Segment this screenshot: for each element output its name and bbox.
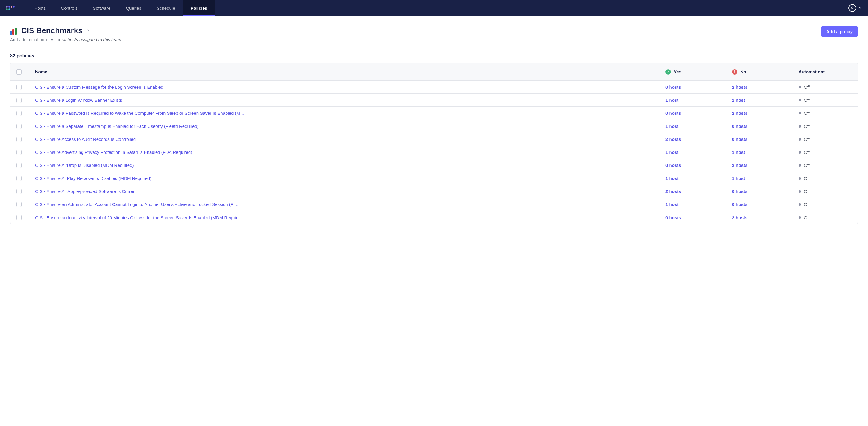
policy-name-link[interactable]: CIS - Ensure Advertising Privacy Protect… [35,150,650,155]
automation-status: Off [804,150,810,155]
status-dot-icon [799,216,801,219]
policy-count: 82 policies [10,53,858,59]
nav-item-policies[interactable]: Policies [183,0,215,16]
no-hosts-link[interactable]: 2 hosts [732,215,748,220]
yes-hosts-link[interactable]: 1 host [665,176,679,181]
policy-name-link[interactable]: CIS - Ensure an Inactivity Interval of 2… [35,215,650,220]
nav-item-schedule[interactable]: Schedule [149,0,183,16]
nav-item-controls[interactable]: Controls [53,0,85,16]
row-checkbox[interactable] [16,150,22,155]
yes-hosts-link[interactable]: 0 hosts [665,215,681,220]
policy-name-link[interactable]: CIS - Ensure AirDrop Is Disabled (MDM Re… [35,163,650,168]
policy-name-link[interactable]: CIS - Ensure All Apple-provided Software… [35,189,650,194]
column-yes-label: Yes [674,69,681,74]
select-all-checkbox[interactable] [16,69,22,75]
automation-status: Off [804,85,810,90]
status-dot-icon [799,164,801,167]
table-header: Name Yes ! No Automations [10,63,858,81]
table-row: CIS - Ensure AirDrop Is Disabled (MDM Re… [10,159,858,172]
no-hosts-link[interactable]: 0 hosts [732,137,748,142]
yes-hosts-link[interactable]: 1 host [665,150,679,155]
policy-name-link[interactable]: CIS - Ensure a Custom Message for the Lo… [35,85,650,90]
row-checkbox[interactable] [16,111,22,116]
row-checkbox[interactable] [16,189,22,194]
yes-hosts-link[interactable]: 0 hosts [665,85,681,90]
policy-name-link[interactable]: CIS - Ensure AirPlay Receiver Is Disable… [35,176,650,181]
yes-hosts-link[interactable]: 1 host [665,202,679,207]
table-row: CIS - Ensure a Custom Message for the Lo… [10,81,858,94]
column-header-no[interactable]: ! No [724,69,791,75]
column-no-label: No [740,69,746,74]
add-policy-button[interactable]: Add a policy [821,26,858,37]
no-hosts-link[interactable]: 2 hosts [732,163,748,168]
status-dot-icon [799,203,801,206]
status-dot-icon [799,86,801,88]
automation-status: Off [804,137,810,142]
yes-hosts-link[interactable]: 0 hosts [665,111,681,116]
yes-hosts-link[interactable]: 2 hosts [665,189,681,194]
bar-chart-icon [10,27,18,35]
nav-item-queries[interactable]: Queries [118,0,149,16]
row-checkbox[interactable] [16,124,22,129]
subtitle-suffix: . [121,37,122,42]
nav-items: HostsControlsSoftwareQueriesSchedulePoli… [27,0,215,16]
no-hosts-link[interactable]: 0 hosts [732,124,748,129]
row-checkbox[interactable] [16,202,22,207]
no-hosts-link[interactable]: 1 host [732,150,745,155]
page-subtitle: Add additional policies for all hosts as… [10,37,122,42]
status-dot-icon [799,151,801,153]
table-row: CIS - Ensure All Apple-provided Software… [10,185,858,198]
automation-status: Off [804,111,810,116]
main-content: CIS Benchmarks Add additional policies f… [0,16,868,224]
policy-name-link[interactable]: CIS - Ensure an Administrator Account Ca… [35,202,650,207]
policy-name-link[interactable]: CIS - Ensure Access to Audit Records Is … [35,137,650,142]
row-checkbox[interactable] [16,163,22,168]
table-row: CIS - Ensure Access to Audit Records Is … [10,133,858,146]
app-logo[interactable] [6,4,15,12]
table-row: CIS - Ensure AirPlay Receiver Is Disable… [10,172,858,185]
check-circle-icon [665,69,671,75]
automation-status: Off [804,215,810,220]
row-checkbox[interactable] [16,176,22,181]
avatar-icon [848,4,856,12]
column-header-name[interactable]: Name [28,69,658,74]
column-header-yes[interactable]: Yes [658,69,724,75]
policy-name-link[interactable]: CIS - Ensure a Password is Required to W… [35,111,650,116]
no-hosts-link[interactable]: 1 host [732,176,745,181]
status-dot-icon [799,138,801,141]
subtitle-prefix: Add additional policies for [10,37,62,42]
status-dot-icon [799,112,801,114]
user-menu[interactable] [848,4,862,12]
yes-hosts-link[interactable]: 2 hosts [665,137,681,142]
no-hosts-link[interactable]: 2 hosts [732,85,748,90]
row-checkbox[interactable] [16,137,22,142]
alert-circle-icon: ! [732,69,737,75]
automation-status: Off [804,163,810,168]
no-hosts-link[interactable]: 1 host [732,97,745,103]
subtitle-emphasis: all hosts assigned to this team [62,37,121,42]
svg-point-0 [852,6,853,8]
status-dot-icon [799,190,801,193]
policies-table: Name Yes ! No Automations CIS - Ensure a… [10,63,858,224]
nav-item-hosts[interactable]: Hosts [27,0,53,16]
yes-hosts-link[interactable]: 1 host [665,97,679,103]
automation-status: Off [804,124,810,129]
policy-name-link[interactable]: CIS - Ensure a Login Window Banner Exist… [35,97,650,103]
nav-item-software[interactable]: Software [85,0,118,16]
no-hosts-link[interactable]: 0 hosts [732,202,748,207]
no-hosts-link[interactable]: 0 hosts [732,189,748,194]
row-checkbox[interactable] [16,97,22,103]
automation-status: Off [804,189,810,194]
status-dot-icon [799,177,801,179]
row-checkbox[interactable] [16,85,22,90]
policy-name-link[interactable]: CIS - Ensure a Separate Timestamp Is Ena… [35,124,650,129]
yes-hosts-link[interactable]: 1 host [665,124,679,129]
row-checkbox[interactable] [16,215,22,220]
yes-hosts-link[interactable]: 0 hosts [665,163,681,168]
page-header: CIS Benchmarks Add additional policies f… [10,26,858,42]
no-hosts-link[interactable]: 2 hosts [732,111,748,116]
column-header-automations[interactable]: Automations [791,69,858,74]
table-row: CIS - Ensure an Inactivity Interval of 2… [10,211,858,224]
team-dropdown-toggle[interactable] [86,28,90,33]
page-title: CIS Benchmarks [21,26,83,35]
